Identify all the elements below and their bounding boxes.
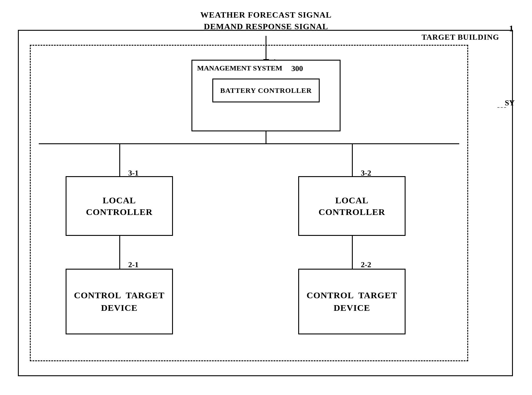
v-line-center [266, 131, 267, 144]
local-controller-1-box: LOCALCONTROLLER [66, 176, 173, 236]
v-line-right [352, 143, 353, 176]
target-building-label: TARGET BUILDING [422, 33, 499, 42]
diagram: WEATHER FORECAST SIGNAL DEMAND RESPONSE … [0, 0, 532, 395]
control-target-device-1-box: CONTROL TARGETDEVICE [66, 269, 173, 334]
weather-forecast-label: WEATHER FORECAST SIGNAL [200, 9, 332, 21]
sy-dashes: - - - [497, 102, 506, 111]
ref-1: 1 [509, 23, 514, 33]
battery-controller-box: BATTERY CONTROLLER [212, 79, 320, 102]
control-target-device-2-label: CONTROL TARGETDEVICE [307, 289, 397, 314]
local-controller-2-label: LOCALCONTROLLER [318, 194, 385, 218]
ref-2-2: 2-2 [361, 260, 371, 269]
sy-label: SY [505, 99, 515, 107]
h-line [39, 143, 459, 144]
v-line-left [119, 143, 120, 176]
signal-labels: WEATHER FORECAST SIGNAL DEMAND RESPONSE … [200, 9, 332, 32]
battery-controller-label: BATTERY CONTROLLER [220, 87, 312, 95]
local-controller-1-label: LOCALCONTROLLER [86, 194, 152, 218]
mgmt-system-label: MANAGEMENT SYSTEM [197, 64, 282, 72]
local-controller-2-box: LOCALCONTROLLER [298, 176, 406, 236]
control-target-device-2-box: CONTROL TARGETDEVICE [298, 269, 406, 334]
v-line-local-1 [119, 236, 120, 269]
control-target-device-1-label: CONTROL TARGETDEVICE [74, 289, 165, 314]
management-system-box: MANAGEMENT SYSTEM BATTERY CONTROLLER [191, 60, 341, 131]
ref-2-1: 2-1 [128, 260, 139, 269]
ref-300: 300 [291, 64, 303, 73]
v-line-local-2 [352, 236, 353, 269]
